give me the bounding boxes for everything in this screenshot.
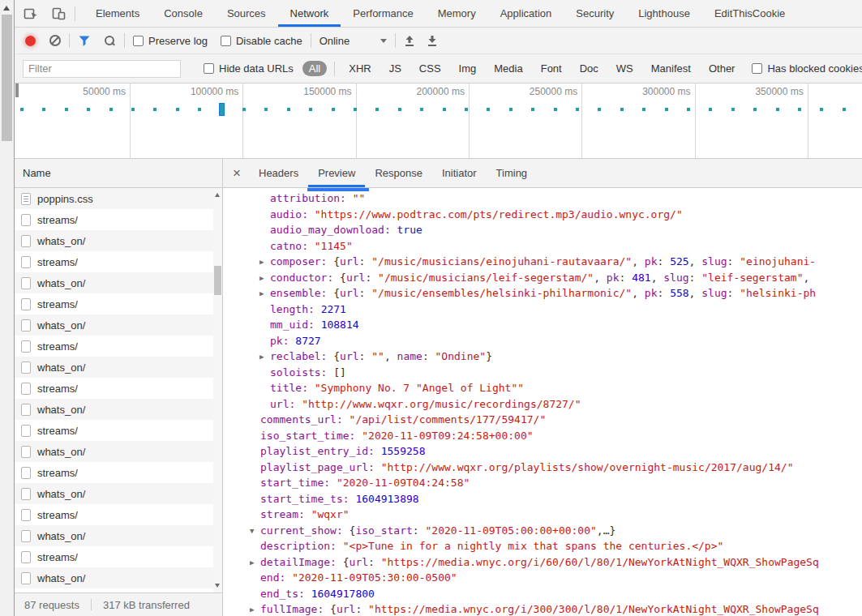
tree-row-stream[interactable]: stream: "wqxr" (223, 507, 862, 523)
tab-lighthouse[interactable]: Lighthouse (626, 0, 702, 27)
tree-row-detailImage[interactable]: ▶detailImage: {url: "https://media.wnyc.… (223, 554, 862, 571)
scrollbar-thumb[interactable] (214, 266, 221, 295)
tab-elements[interactable]: Elements (84, 0, 152, 27)
tree-row-current_show[interactable]: ▼current_show: {iso_start: "2020-11-09T0… (223, 523, 862, 539)
request-row[interactable]: whats_on/ (15, 272, 222, 293)
tab-network[interactable]: Network (278, 0, 341, 27)
scroll-down-arrow-icon[interactable] (215, 584, 220, 588)
tab-memory[interactable]: Memory (426, 0, 488, 27)
tree-row-comments_url[interactable]: comments_url: "/api/list/comments/177/59… (223, 412, 862, 428)
chevron-down-icon[interactable] (380, 39, 387, 43)
detail-tab-headers[interactable]: Headers (249, 159, 308, 187)
search-icon[interactable] (104, 35, 116, 47)
filter-pill-all[interactable]: All (302, 61, 327, 76)
detail-tab-response[interactable]: Response (365, 159, 432, 187)
checkbox-icon[interactable] (133, 36, 144, 46)
tree-expander-icon[interactable]: ▶ (250, 555, 260, 571)
page-vertical-scrollbar[interactable] (0, 0, 14, 616)
close-icon[interactable]: × (225, 159, 249, 187)
name-column-header[interactable]: Name (15, 159, 222, 188)
tree-row-catno[interactable]: catno: "1145" (223, 238, 862, 255)
tree-row-start_time[interactable]: start_time: "2020-11-09T04:24:58" (223, 475, 862, 491)
scroll-up-arrow-icon[interactable] (3, 6, 10, 11)
request-list-scrollbar[interactable] (213, 188, 222, 592)
tree-row-attribution[interactable]: attribution: "" (223, 190, 862, 207)
tab-security[interactable]: Security (564, 0, 626, 27)
checkbox-icon[interactable] (221, 36, 231, 46)
filter-pill-js[interactable]: JS (383, 61, 408, 76)
preserve-log-checkbox[interactable]: Preserve log (133, 35, 208, 47)
filter-pill-ws[interactable]: WS (610, 61, 640, 76)
tree-row-title[interactable]: title: "Symphony No. 7 "Angel of Light"" (223, 380, 862, 396)
clear-network-log-icon[interactable] (49, 35, 61, 46)
request-row[interactable]: whats_on/ (15, 399, 222, 420)
has-blocked-cookies-checkbox[interactable]: Has blocked cookies (752, 62, 862, 75)
filter-icon[interactable] (78, 35, 91, 47)
tab-application[interactable]: Application (488, 0, 564, 27)
tree-row-url[interactable]: url: "http://www.wqxr.org/music/recordin… (223, 396, 862, 413)
tree-row-pk[interactable]: pk: 8727 (223, 333, 862, 349)
tree-row-ensemble[interactable]: ▶ensemble: {url: "/music/ensembles/helsi… (223, 285, 862, 302)
filter-pill-font[interactable]: Font (534, 61, 568, 76)
tree-expander-icon[interactable]: ▶ (259, 286, 270, 302)
request-row[interactable]: streams/ (15, 209, 222, 230)
filter-pill-xhr[interactable]: XHR (342, 61, 377, 76)
detail-tab-initiator[interactable]: Initiator (432, 159, 487, 187)
tree-row-playlist_entry_id[interactable]: playlist_entry_id: 1559258 (223, 443, 862, 460)
request-row[interactable]: streams/ (15, 336, 222, 357)
scroll-up-arrow-icon[interactable] (215, 193, 220, 197)
record-button[interactable] (25, 36, 36, 46)
tree-row-conductor[interactable]: ▶conductor: {url: "/music/musicians/leif… (223, 270, 862, 286)
detail-tab-timing[interactable]: Timing (487, 159, 538, 187)
tree-row-playlist_page_url[interactable]: playlist_page_url: "http://www.wqxr.org/… (223, 460, 862, 476)
overview-handle[interactable] (15, 83, 19, 97)
filter-input[interactable] (23, 60, 181, 78)
filter-pill-media[interactable]: Media (487, 61, 529, 76)
request-row[interactable]: streams/ (15, 462, 222, 483)
detail-tab-preview[interactable]: Preview (308, 159, 365, 187)
network-overview-timeline[interactable]: 50000 ms100000 ms150000 ms200000 ms25000… (15, 83, 862, 159)
request-row[interactable]: whats_on/ (15, 525, 222, 546)
filter-pill-manifest[interactable]: Manifest (645, 61, 697, 76)
import-har-icon[interactable] (404, 35, 415, 47)
request-row[interactable]: streams/ (15, 420, 222, 441)
tree-row-end[interactable]: end: "2020-11-09T05:30:00-0500" (223, 570, 862, 586)
request-row[interactable]: whats_on/ (15, 230, 222, 251)
inspect-element-icon[interactable] (23, 6, 39, 22)
tree-row-mm_uid[interactable]: mm_uid: 108814 (223, 317, 862, 333)
request-row[interactable]: streams/ (15, 504, 222, 525)
tab-console[interactable]: Console (152, 0, 215, 27)
tree-expander-icon[interactable]: ▶ (259, 271, 270, 286)
request-row[interactable]: streams/ (15, 251, 222, 272)
checkbox-icon[interactable] (204, 63, 214, 74)
request-row[interactable]: whats_on/ (15, 441, 222, 462)
scrollbar-thumb[interactable] (2, 15, 12, 141)
disable-cache-checkbox[interactable]: Disable cache (221, 35, 302, 47)
device-toolbar-icon[interactable] (50, 6, 66, 22)
tree-expander-icon[interactable]: ▶ (259, 349, 270, 365)
tree-row-start_time_ts[interactable]: start_time_ts: 1604913898 (223, 491, 862, 507)
tree-row-end_ts[interactable]: end_ts: 1604917800 (223, 586, 862, 602)
tree-expander-icon[interactable]: ▶ (259, 255, 270, 270)
tree-row-iso_start_time[interactable]: iso_start_time: "2020-11-09T09:24:58+00:… (223, 428, 862, 444)
hide-data-urls-checkbox[interactable]: Hide data URLs (204, 62, 294, 75)
request-row[interactable]: streams/ (15, 378, 222, 399)
throttling-select[interactable]: Online (319, 35, 350, 47)
tree-expander-icon[interactable]: ▶ (250, 602, 260, 616)
request-row[interactable]: whats_on/ (15, 567, 222, 588)
request-row[interactable]: whats_on/ (15, 314, 222, 336)
filter-pill-doc[interactable]: Doc (573, 61, 605, 76)
request-row[interactable]: streams/ (15, 546, 222, 567)
tree-row-length[interactable]: length: 2271 (223, 302, 862, 318)
tree-row-audio_may_download[interactable]: audio_may_download: true (223, 222, 862, 238)
tree-row-description[interactable]: description: "<p>Tune in for a nightly m… (223, 538, 862, 554)
filter-pill-img[interactable]: Img (452, 61, 483, 76)
export-har-icon[interactable] (427, 35, 438, 47)
tab-performance[interactable]: Performance (341, 0, 425, 27)
tree-row-fullImage[interactable]: ▶fullImage: {url: "https://media.wnyc.or… (223, 601, 862, 616)
tree-row-composer[interactable]: ▶composer: {url: "/music/musicians/einoj… (223, 254, 862, 270)
tree-row-reclabel[interactable]: ▶reclabel: {url: "", name: "Ondine"} (223, 349, 862, 365)
request-row[interactable]: whats_on/ (15, 357, 222, 378)
filter-pill-other[interactable]: Other (702, 61, 742, 76)
tree-expander-icon[interactable]: ▼ (250, 524, 260, 539)
